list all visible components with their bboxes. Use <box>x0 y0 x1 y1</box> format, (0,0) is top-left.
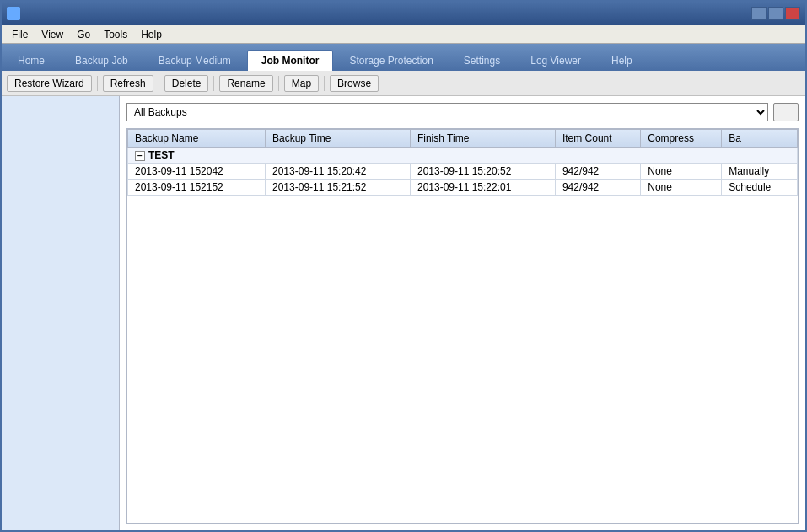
toolbar-btn-delete[interactable]: Delete <box>164 75 209 92</box>
col-header-ba: Ba <box>722 130 798 148</box>
tab-log-viewer[interactable]: Log Viewer <box>516 50 595 71</box>
menu-item-tools[interactable]: Tools <box>97 27 134 42</box>
col-header-item-count: Item Count <box>555 130 640 148</box>
sidebar-date <box>7 105 114 111</box>
toolbar: Restore WizardRefreshDeleteRenameMapBrow… <box>2 71 805 96</box>
table-cell-ba: Manually <box>722 164 798 180</box>
toolbar-btn-rename[interactable]: Rename <box>219 75 272 92</box>
table-cell-backup-time: 2013-09-11 15:20:42 <box>266 164 411 180</box>
tab-home[interactable]: Home <box>3 50 59 71</box>
filter-bar: All Backups <box>126 103 799 121</box>
table-row[interactable]: 2013-09-11 1520422013-09-11 15:20:422013… <box>128 164 798 180</box>
table-cell-compress: None <box>641 164 722 180</box>
sidebar-link-learnmore[interactable] <box>7 137 114 138</box>
group-name-cell: −TEST <box>128 148 798 164</box>
tab-storage-protection[interactable]: Storage Protection <box>335 50 447 71</box>
col-header-finish-time: Finish Time <box>410 130 555 148</box>
toolbar-btn-refresh[interactable]: Refresh <box>103 75 153 92</box>
close-button[interactable] <box>785 7 800 20</box>
table-cell-item-count: 942/942 <box>555 180 640 196</box>
menu-item-help[interactable]: Help <box>134 27 169 42</box>
table-row[interactable]: 2013-09-11 1521522013-09-11 15:21:522013… <box>128 180 798 196</box>
table-cell-backup-name: 2013-09-11 152042 <box>128 164 266 180</box>
table-header-row: Backup NameBackup TimeFinish TimeItem Co… <box>128 130 798 148</box>
table-cell-finish-time: 2013-09-11 15:22:01 <box>410 180 555 196</box>
sidebar-link-manual[interactable] <box>7 132 114 133</box>
toolbar-sep <box>159 76 159 91</box>
content-panel: All Backups Backup NameBackup TimeFinish… <box>120 96 805 530</box>
toolbar-btn-map[interactable]: Map <box>284 75 319 92</box>
filter-select[interactable]: All Backups <box>126 103 768 121</box>
backup-table: Backup NameBackup TimeFinish TimeItem Co… <box>127 129 798 196</box>
title-bar-left <box>7 7 25 20</box>
table-cell-item-count: 942/942 <box>555 164 640 180</box>
toolbar-sep <box>97 76 98 91</box>
app-icon <box>7 7 20 20</box>
tab-backup-medium[interactable]: Backup Medium <box>144 50 245 71</box>
table-cell-backup-name: 2013-09-11 152152 <box>128 180 266 196</box>
minimize-button[interactable] <box>751 7 767 20</box>
sidebar <box>2 96 120 530</box>
col-header-backup-time: Backup Time <box>266 130 411 148</box>
table-wrapper: Backup NameBackup TimeFinish TimeItem Co… <box>126 128 799 524</box>
table-cell-compress: None <box>641 180 722 196</box>
main-area: All Backups Backup NameBackup TimeFinish… <box>2 96 805 530</box>
toolbar-sep <box>213 76 214 91</box>
title-bar <box>2 2 805 25</box>
group-expander[interactable]: − <box>135 151 145 161</box>
table-cell-finish-time: 2013-09-11 15:20:52 <box>410 164 555 180</box>
tab-bar: HomeBackup JobBackup MediumJob MonitorSt… <box>2 44 805 71</box>
menu-item-go[interactable]: Go <box>70 27 97 42</box>
tab-backup-job[interactable]: Backup Job <box>61 50 143 71</box>
menu-bar: FileViewGoToolsHelp <box>2 25 805 44</box>
tab-settings[interactable]: Settings <box>449 50 514 71</box>
window-controls <box>751 7 800 20</box>
maximize-button[interactable] <box>768 7 783 20</box>
table-cell-backup-time: 2013-09-11 15:21:52 <box>266 180 411 196</box>
col-header-backup-name: Backup Name <box>128 130 266 148</box>
col-header-compress: Compress <box>641 130 722 148</box>
toolbar-btn-browse[interactable]: Browse <box>330 75 379 92</box>
tab-job-monitor[interactable]: Job Monitor <box>247 50 334 71</box>
toolbar-btn-restore-wizard[interactable]: Restore Wizard <box>7 75 92 92</box>
content-refresh-button[interactable] <box>773 103 799 121</box>
tab-help[interactable]: Help <box>597 50 647 71</box>
menu-item-file[interactable]: File <box>5 27 35 42</box>
menu-item-view[interactable]: View <box>35 27 70 42</box>
toolbar-sep <box>278 76 279 91</box>
table-cell-ba: Schedule <box>722 180 798 196</box>
app-window: FileViewGoToolsHelp HomeBackup JobBackup… <box>0 0 807 532</box>
toolbar-sep <box>324 76 325 91</box>
table-group-row: −TEST <box>128 148 798 164</box>
